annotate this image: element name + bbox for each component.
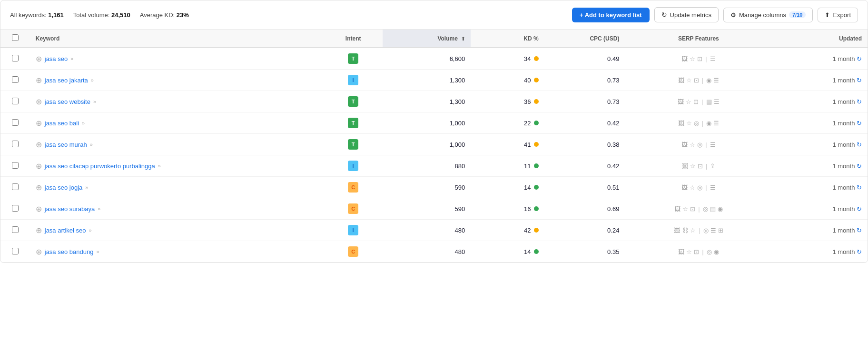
row-checkbox-cell[interactable] bbox=[0, 48, 30, 70]
star-icon[interactable]: ☆ bbox=[690, 162, 696, 170]
image-icon[interactable]: 🖼 bbox=[681, 141, 688, 148]
row-checkbox[interactable] bbox=[12, 183, 19, 190]
chevron-right-icon[interactable]: » bbox=[98, 206, 100, 212]
image-box-icon[interactable]: ⊡ bbox=[693, 98, 699, 105]
refresh-row-icon[interactable]: ↻ bbox=[857, 98, 862, 105]
refresh-row-icon[interactable]: ↻ bbox=[857, 77, 862, 84]
row-checkbox-cell[interactable] bbox=[0, 177, 30, 198]
chevron-right-icon[interactable]: » bbox=[85, 184, 88, 190]
chevron-right-icon[interactable]: » bbox=[89, 227, 91, 233]
image-icon[interactable]: 🖼 bbox=[681, 55, 688, 62]
image-icon[interactable]: 🖼 bbox=[674, 227, 680, 234]
add-keyword-icon[interactable]: ⊕ bbox=[36, 204, 42, 213]
add-keyword-icon[interactable]: ⊕ bbox=[36, 119, 42, 128]
add-to-keyword-list-button[interactable]: + Add to keyword list bbox=[572, 8, 650, 22]
pin-icon[interactable]: ◉ bbox=[714, 248, 719, 255]
link-icon[interactable]: ⛓ bbox=[682, 227, 688, 234]
row-checkbox[interactable] bbox=[12, 76, 19, 83]
refresh-row-icon[interactable]: ↻ bbox=[857, 141, 862, 148]
add-keyword-icon[interactable]: ⊕ bbox=[36, 140, 42, 149]
image-icon[interactable]: 🖼 bbox=[678, 98, 684, 105]
add-keyword-icon[interactable]: ⊕ bbox=[36, 76, 42, 85]
star-icon[interactable]: ☆ bbox=[686, 120, 692, 127]
chevron-right-icon[interactable]: » bbox=[158, 163, 161, 169]
add-keyword-icon[interactable]: ⊕ bbox=[36, 247, 42, 256]
refresh-row-icon[interactable]: ↻ bbox=[857, 55, 862, 62]
image-box-icon[interactable]: ⊡ bbox=[694, 248, 699, 255]
add-keyword-icon[interactable]: ⊕ bbox=[36, 162, 42, 171]
manage-columns-button[interactable]: ⚙ Manage columns 7/10 bbox=[723, 8, 813, 22]
keyword-link[interactable]: jasa seo bbox=[45, 55, 68, 62]
row-checkbox[interactable] bbox=[12, 162, 19, 169]
chevron-right-icon[interactable]: » bbox=[93, 99, 96, 104]
row-checkbox[interactable] bbox=[12, 141, 19, 147]
table-icon[interactable]: ⊞ bbox=[718, 227, 723, 234]
star-icon[interactable]: ☆ bbox=[690, 55, 695, 62]
keyword-link[interactable]: jasa seo cilacap purwokerto purbalingga bbox=[45, 162, 155, 170]
circle-icon[interactable]: ◎ bbox=[707, 248, 712, 255]
list-icon[interactable]: ☰ bbox=[710, 227, 716, 234]
refresh-row-icon[interactable]: ↻ bbox=[857, 162, 862, 170]
chevron-right-icon[interactable]: » bbox=[96, 249, 99, 254]
select-all-checkbox[interactable] bbox=[12, 34, 19, 41]
circle-icon[interactable]: ◎ bbox=[703, 227, 709, 234]
list-box-icon[interactable]: ▤ bbox=[710, 205, 716, 213]
image-icon[interactable]: 🖼 bbox=[678, 77, 684, 84]
select-all-col[interactable] bbox=[0, 30, 30, 48]
list-box-icon[interactable]: ▤ bbox=[706, 98, 712, 105]
keyword-link[interactable]: jasa seo surabaya bbox=[45, 205, 95, 213]
chevron-right-icon[interactable]: » bbox=[70, 56, 73, 61]
pin-icon[interactable]: ◉ bbox=[706, 77, 711, 84]
keyword-link[interactable]: jasa seo jakarta bbox=[45, 77, 88, 84]
share-icon[interactable]: ⇪ bbox=[710, 162, 715, 170]
list-icon[interactable]: ☰ bbox=[713, 77, 719, 84]
list-icon[interactable]: ☰ bbox=[714, 98, 720, 105]
image-box-icon[interactable]: ⊡ bbox=[694, 77, 699, 84]
pin-icon[interactable]: ◉ bbox=[706, 120, 711, 127]
star-icon[interactable]: ☆ bbox=[690, 227, 696, 234]
keyword-link[interactable]: jasa seo bandung bbox=[45, 248, 94, 255]
chevron-right-icon[interactable]: » bbox=[90, 142, 93, 147]
refresh-row-icon[interactable]: ↻ bbox=[857, 248, 862, 255]
row-checkbox[interactable] bbox=[12, 205, 19, 212]
row-checkbox-cell[interactable] bbox=[0, 241, 30, 263]
chevron-right-icon[interactable]: » bbox=[82, 120, 85, 126]
row-checkbox[interactable] bbox=[12, 98, 19, 104]
refresh-row-icon[interactable]: ↻ bbox=[857, 184, 862, 191]
star-icon[interactable]: ☆ bbox=[686, 248, 692, 255]
list-icon[interactable]: ☰ bbox=[713, 120, 719, 127]
list-icon[interactable]: ☰ bbox=[710, 141, 716, 148]
image-box-icon[interactable]: ⊡ bbox=[698, 162, 703, 170]
star-icon[interactable]: ☆ bbox=[690, 141, 695, 148]
update-metrics-button[interactable]: ↻ Update metrics bbox=[654, 7, 719, 22]
circle-icon[interactable]: ◎ bbox=[703, 205, 708, 213]
circle-icon[interactable]: ◎ bbox=[697, 141, 702, 148]
image-icon[interactable]: 🖼 bbox=[682, 162, 688, 170]
refresh-row-icon[interactable]: ↻ bbox=[857, 205, 862, 213]
refresh-row-icon[interactable]: ↻ bbox=[857, 227, 862, 234]
row-checkbox-cell[interactable] bbox=[0, 134, 30, 155]
add-keyword-icon[interactable]: ⊕ bbox=[36, 97, 42, 106]
chevron-right-icon[interactable]: » bbox=[91, 77, 94, 83]
add-keyword-icon[interactable]: ⊕ bbox=[36, 183, 42, 192]
add-keyword-icon[interactable]: ⊕ bbox=[36, 54, 42, 63]
list-icon[interactable]: ☰ bbox=[710, 55, 716, 62]
image-icon[interactable]: 🖼 bbox=[674, 205, 681, 213]
keyword-link[interactable]: jasa seo jogja bbox=[45, 184, 83, 191]
list-icon[interactable]: ☰ bbox=[710, 184, 716, 191]
image-icon[interactable]: 🖼 bbox=[681, 184, 688, 191]
row-checkbox[interactable] bbox=[12, 248, 19, 254]
star-icon[interactable]: ☆ bbox=[686, 98, 691, 105]
refresh-row-icon[interactable]: ↻ bbox=[857, 120, 862, 127]
image-box-icon[interactable]: ⊡ bbox=[697, 55, 702, 62]
row-checkbox-cell[interactable] bbox=[0, 91, 30, 112]
add-keyword-icon[interactable]: ⊕ bbox=[36, 226, 42, 235]
row-checkbox-cell[interactable] bbox=[0, 70, 30, 91]
keyword-link[interactable]: jasa seo bali bbox=[45, 120, 79, 127]
image-icon[interactable]: 🖼 bbox=[678, 120, 684, 127]
row-checkbox-cell[interactable] bbox=[0, 112, 30, 134]
volume-col-header[interactable]: Volume ⬆ bbox=[383, 30, 471, 48]
row-checkbox[interactable] bbox=[12, 55, 19, 61]
row-checkbox-cell[interactable] bbox=[0, 155, 30, 177]
image-box-icon[interactable]: ⊡ bbox=[690, 205, 695, 213]
